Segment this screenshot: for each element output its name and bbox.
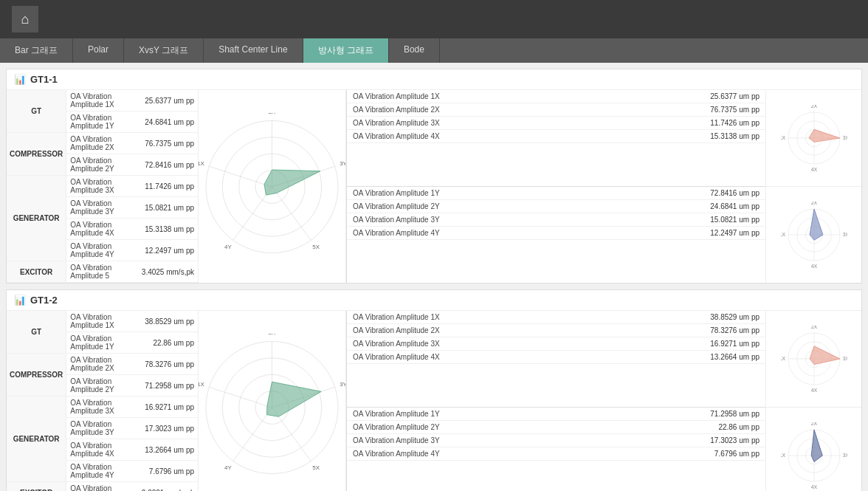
group-label: GENERATOR <box>7 176 66 261</box>
param-label: OA Vibration Amplitude 4Y <box>66 461 138 482</box>
param-label: OA Vibration Amplitude 3X <box>66 176 138 197</box>
param-value: 78.3276 um pp <box>138 354 198 375</box>
group-label: EXCITOR <box>7 261 66 283</box>
param-value: 76.7375 um pp <box>138 133 198 154</box>
param-label: OA Vibration Amplitude 1Y <box>66 111 138 133</box>
svg-marker-9 <box>264 170 320 195</box>
param-value: 15.0821 um pp <box>138 197 198 219</box>
group-label: GT <box>7 90 66 133</box>
group-label: EXCITOR <box>7 482 66 492</box>
svg-text:5X: 5X <box>312 464 320 471</box>
section-title-gt1-1: 📊 GT1-1 <box>7 69 861 90</box>
mini-chart-y-gt1-2: 2X3X4X1X <box>766 408 861 491</box>
tab-3[interactable]: Shaft Center Line <box>204 38 303 63</box>
svg-text:1X: 1X <box>781 232 786 237</box>
param-value: 13.2664 um pp <box>138 439 198 461</box>
param-label: OA Vibration Amplitude 2X <box>66 354 138 375</box>
group-label: GT <box>7 311 66 354</box>
right-param-label: OA Vibration Amplitude 2X <box>347 103 605 117</box>
param-value: 17.3023 um pp <box>138 418 198 439</box>
mini-chart-x-gt1-2: 2X3X4X1X <box>766 311 861 408</box>
param-label: OA Vibration Amplitude 2Y <box>66 375 138 396</box>
right-param-label: OA Vibration Amplitude 1X <box>347 311 605 324</box>
param-value: 38.8529 um pp <box>138 311 198 332</box>
svg-text:2X: 2X <box>810 105 817 109</box>
svg-text:3X: 3X <box>842 135 847 140</box>
tab-4[interactable]: 방사형 그래프 <box>303 38 389 63</box>
svg-text:2X: 2X <box>810 422 817 426</box>
svg-text:4X: 4X <box>810 484 817 489</box>
param-value: 15.3138 um pp <box>138 219 198 240</box>
right-param-value: 13.2664 um pp <box>605 351 765 364</box>
svg-text:3X: 3X <box>842 356 847 361</box>
svg-text:3Y: 3Y <box>340 159 345 166</box>
svg-text:1X: 1X <box>199 159 205 166</box>
param-value: 25.6377 um pp <box>138 90 198 111</box>
tab-2[interactable]: XvsY 그래프 <box>124 38 204 63</box>
right-param-label: OA Vibration Amplitude 1Y <box>347 408 605 421</box>
right-param-label: OA Vibration Amplitude 3X <box>347 117 605 130</box>
param-value: 2.2221 mm/s,pk <box>138 482 198 492</box>
group-label: GENERATOR <box>7 396 66 482</box>
right-param-label: OA Vibration Amplitude 4X <box>347 351 605 364</box>
param-label: OA Vibration Amplitude 2X <box>66 133 138 154</box>
right-param-label: OA Vibration Amplitude 2Y <box>347 200 605 213</box>
param-label: OA Vibration Amplitude 1X <box>66 311 138 332</box>
param-value: 11.7426 um pp <box>138 176 198 197</box>
param-label: OA Vibration Amplitude 2Y <box>66 154 138 176</box>
svg-text:4Y: 4Y <box>224 244 232 250</box>
right-param-value: 16.9271 um pp <box>605 337 765 351</box>
param-label: OA Vibration Amplitude 1Y <box>66 332 138 354</box>
param-value: 22.86 um pp <box>138 332 198 354</box>
right-param-value: 12.2497 um pp <box>605 227 765 240</box>
svg-marker-73 <box>811 430 822 461</box>
svg-text:3X: 3X <box>842 232 847 237</box>
right-param-value: 15.0821 um pp <box>605 213 765 227</box>
right-param-value: 24.6841 um pp <box>605 200 765 213</box>
header: ⌂ <box>0 0 868 38</box>
chart-icon: 📊 <box>14 295 26 306</box>
polar-chart-gt1-1: 2X3Y5X4Y1X <box>199 90 346 283</box>
svg-text:2X: 2X <box>810 202 817 205</box>
param-value: 24.6841 um pp <box>138 111 198 133</box>
param-value: 71.2958 um pp <box>138 375 198 396</box>
right-param-value: 17.3023 um pp <box>605 434 765 447</box>
param-value: 12.2497 um pp <box>138 240 198 261</box>
param-value: 7.6796 um pp <box>138 461 198 482</box>
section-body: GTOA Vibration Amplitude 1X38.8529 um pp… <box>7 311 861 491</box>
param-label: OA Vibration Amplitude 3Y <box>66 418 138 439</box>
mini-chart-x-gt1-1: 2X3X4X1X <box>766 90 861 187</box>
section-gt1-2: 📊 GT1-2GTOA Vibration Amplitude 1X38.852… <box>6 289 862 491</box>
param-label: OA Vibration Amplitude 3Y <box>66 197 138 219</box>
right-param-value: 22.86 um pp <box>605 421 765 434</box>
param-label: OA Vibration Amplitude 4X <box>66 439 138 461</box>
param-label: OA Vibration Amplitude 1X <box>66 90 138 111</box>
right-param-value: 72.8416 um pp <box>605 187 765 200</box>
svg-text:3Y: 3Y <box>340 380 345 387</box>
svg-text:3X: 3X <box>842 453 847 458</box>
right-param-label: OA Vibration Amplitude 3Y <box>347 213 605 227</box>
svg-text:2X: 2X <box>269 334 276 336</box>
svg-marker-34 <box>810 209 823 240</box>
tab-1[interactable]: Polar <box>73 38 124 63</box>
param-value: 16.9271 um pp <box>138 396 198 418</box>
svg-text:2X: 2X <box>269 113 276 115</box>
svg-marker-48 <box>267 382 322 416</box>
polar-chart-gt1-2: 2X3Y5X4Y1X <box>199 311 346 491</box>
main-content: 📊 GT1-1GTOA Vibration Amplitude 1X25.637… <box>0 63 868 491</box>
svg-text:4X: 4X <box>810 388 817 392</box>
param-label: OA Vibration Amplitude 5 <box>66 261 138 283</box>
svg-text:2X: 2X <box>810 326 817 329</box>
right-param-label: OA Vibration Amplitude 2Y <box>347 421 605 434</box>
param-value: 3.4025 mm/s,pk <box>138 261 198 283</box>
right-param-value: 11.7426 um pp <box>605 117 765 130</box>
param-value: 72.8416 um pp <box>138 154 198 176</box>
right-param-label: OA Vibration Amplitude 1X <box>347 90 605 103</box>
svg-text:1X: 1X <box>781 135 786 140</box>
tab-5[interactable]: Bode <box>389 38 440 63</box>
section-title-gt1-2: 📊 GT1-2 <box>7 290 861 311</box>
home-icon[interactable]: ⌂ <box>12 6 38 32</box>
param-label: OA Vibration Amplitude 3X <box>66 396 138 418</box>
chart-icon: 📊 <box>14 74 26 85</box>
tab-0[interactable]: Bar 그래프 <box>0 38 73 63</box>
